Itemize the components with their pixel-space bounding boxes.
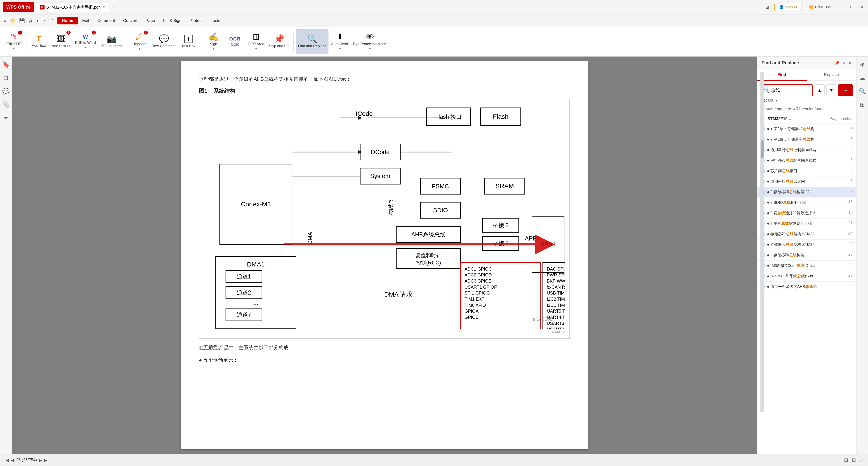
tool-highlight[interactable]: 1 🖊 Highlight ▾ — [129, 29, 150, 54]
tool-edit-pdf[interactable]: ✎ Edit PDF ▾ — [4, 29, 24, 54]
panel-expand-icon[interactable]: ⤢ — [842, 60, 846, 65]
result-item[interactable]: 📄 ● 串行外设总线芯片间总线接 5 — [757, 155, 856, 166]
search-input[interactable] — [771, 88, 810, 93]
menu-tools[interactable]: Tools — [207, 17, 224, 24]
pdf-to-image-icon: 📷 — [106, 35, 117, 43]
tool-snip-pin[interactable]: 📌 Snip and Pin — [267, 29, 291, 54]
status-fullscreen-icon[interactable]: ⤢ — [860, 457, 864, 463]
result-page: 24 — [846, 231, 852, 236]
print-icon[interactable]: 🖨 — [28, 17, 34, 24]
tool-ocr-area[interactable]: ⊞ OCR Area ▾ — [246, 29, 266, 54]
panel-header-icons: 📌 ⤢ ✕ — [835, 60, 852, 65]
result-item[interactable]: 📄 ● 通过一个多级的AHB总线构 25 — [757, 282, 856, 292]
setup-arrow-icon[interactable]: ▼ — [775, 99, 778, 102]
result-item[interactable]: 📄 ● 2 主机总线突发访问 683 21 — [757, 219, 856, 229]
right-sidebar-icon2[interactable]: ☁ — [858, 72, 867, 83]
result-item[interactable]: 📄 ● 2 存储器和总线构架 25 — [757, 250, 856, 261]
search-go-button[interactable]: → — [838, 84, 852, 96]
tool-add-picture[interactable]: 1 🖼 Add Picture — [50, 29, 72, 54]
redo-icon[interactable]: ↪ — [43, 17, 49, 24]
signature-sidebar-icon[interactable]: ✒ — [2, 113, 10, 123]
result-item[interactable]: 📄 ● 通用串行总线以太网 5 — [757, 176, 856, 187]
right-sidebar-icon3[interactable]: 🔍 — [857, 86, 868, 96]
result-highlight: 总线 — [789, 253, 797, 257]
menu-convert[interactable]: Convert — [120, 17, 141, 24]
menu-comment[interactable]: Comment — [94, 17, 119, 24]
maximize-button[interactable]: □ — [848, 4, 855, 10]
result-item[interactable]: 📄 ● 通用串行总线控制器局域网 5 — [757, 145, 856, 155]
new-tab-button[interactable]: + — [111, 4, 118, 10]
result-item[interactable]: 📄 ● -M3内核DCode总线(D-b... 25 — [757, 261, 856, 271]
right-sidebar-icon4[interactable]: ⊞ — [858, 99, 867, 110]
tool-find-replace[interactable]: 🔍 Find and Replace — [296, 29, 328, 54]
menu-page[interactable]: Page — [142, 17, 159, 24]
menu-edit[interactable]: Edit — [79, 17, 93, 24]
result-item[interactable]: 📄 ● ● 第2章：存储器和总线构 4 — [757, 124, 856, 134]
tool-ocr[interactable]: OCR OCR — [225, 29, 245, 54]
thumbnail-icon[interactable]: ⊟ — [2, 72, 10, 83]
pdf-to-word-icon: W — [83, 34, 88, 39]
pdf-to-word-badge: 1 — [92, 31, 96, 35]
svg-text:Cortex-M3: Cortex-M3 — [241, 200, 271, 207]
result-page: 25 — [846, 263, 852, 267]
save-icon[interactable]: 💾 — [18, 17, 26, 24]
result-item[interactable]: 📄 ● 芯片间总线接口 5 — [757, 166, 856, 176]
menu-home[interactable]: Home — [57, 17, 78, 24]
free-trial-button[interactable]: 👑 Free Trial — [805, 3, 835, 11]
more-icon[interactable]: ˅ — [51, 17, 55, 24]
result-item[interactable]: 📄 ● 存储器和总线架构 STM32 24 — [757, 229, 856, 239]
pdf-tab[interactable]: W STM32F10x中文参考手册.pdf ✕ — [36, 2, 109, 12]
close-button[interactable]: ✕ — [858, 4, 865, 11]
tool-pdf-to-word[interactable]: 1 W PDF to Word ▾ — [73, 29, 98, 54]
bookmark-icon[interactable]: 🔖 — [0, 59, 11, 70]
tool-add-text[interactable]: T Add Text — [29, 29, 49, 54]
page-first-button[interactable]: |◀ — [4, 458, 9, 463]
undo-icon[interactable]: ↩ — [36, 17, 41, 24]
tool-eye-protection[interactable]: 👁 Eye Protection Mode ▾ — [351, 29, 389, 54]
tool-sign[interactable]: ✍ Sign ▾ — [204, 29, 224, 54]
page-last-button[interactable]: ▶| — [44, 458, 49, 463]
result-item[interactable]: 📄 ● 2 存储器和总线构架 25 7 — [757, 187, 856, 198]
search-next-button[interactable]: ▼ — [827, 84, 836, 96]
result-item[interactable]: 📄 ● ● 第2章：存储器和总线构 5 — [757, 134, 856, 145]
comment-sidebar-icon[interactable]: 💬 — [0, 86, 11, 96]
result-item[interactable]: 📄 ● 9 宽总线选择和解除选择 3 16 — [757, 208, 856, 219]
page-display: 25 (25/754) — [16, 458, 37, 462]
tool-pdf-to-image[interactable]: 📷 PDF to Image — [98, 29, 125, 54]
pdf-to-image-label: PDF to Image — [100, 44, 123, 48]
panel-pin-icon[interactable]: 📌 — [835, 60, 839, 65]
tab-close-icon[interactable]: ✕ — [102, 5, 105, 9]
result-item[interactable]: 📄 ● D-bus)，和系统总线(S-bu... 25 — [757, 271, 856, 282]
right-sidebar-icon5[interactable]: ⋮ — [858, 113, 867, 123]
search-box[interactable]: 🔍 — [761, 84, 813, 96]
menu-protect[interactable]: Protect — [186, 17, 206, 24]
status-nav: |◀ ◀ 25 (25/754) ▶ ▶| — [4, 458, 49, 463]
open-icon[interactable]: 📁 — [9, 17, 17, 24]
status-zoom-icon[interactable]: ⊞ — [852, 457, 856, 463]
tool-text-box[interactable]: T Text Box — [178, 29, 199, 54]
tab-replace[interactable]: Replace — [807, 69, 857, 81]
wps-office-button[interactable]: WPS Office — [3, 2, 34, 12]
page-next-button[interactable]: ▶ — [39, 458, 42, 463]
attachment-icon[interactable]: 📎 — [0, 99, 11, 110]
result-text: ● 2 主机总线突发访问 683 — [767, 221, 844, 227]
highlight-label: Highlight — [132, 42, 146, 46]
search-prev-button[interactable]: ▲ — [815, 84, 825, 96]
sign-in-button[interactable]: 👤 Sign in — [774, 3, 802, 11]
tool-auto-scroll[interactable]: ⬇ Auto Scroll ▾ — [329, 29, 350, 54]
titlebar: WPS Office W STM32F10x中文参考手册.pdf ✕ + ⊞ 👤… — [0, 0, 868, 14]
tab-find[interactable]: Find — [757, 69, 807, 81]
menu-fill-sign[interactable]: Fill & Sign — [160, 17, 185, 24]
layout-icon[interactable]: ⊞ — [764, 4, 771, 11]
result-item[interactable]: 📄 ● 存储器和总线架构 STM32 25 — [757, 239, 856, 250]
menu-icon[interactable]: ≡ — [3, 17, 7, 24]
result-highlight: 总线 — [786, 179, 794, 184]
status-fit-page-icon[interactable]: ⊟ — [844, 457, 848, 463]
panel-close-icon[interactable]: ✕ — [848, 60, 852, 65]
result-item[interactable]: 📄 ● 2 SDIO总线拓扑 363 16 — [757, 198, 856, 208]
tool-text-comment[interactable]: 💬 Text Comment — [151, 29, 178, 54]
right-sidebar-icon1[interactable]: ⊕ — [858, 59, 867, 70]
add-text-label: Add Text — [32, 43, 46, 48]
page-prev-button[interactable]: ◀ — [11, 458, 14, 463]
minimize-button[interactable]: ─ — [838, 4, 845, 10]
